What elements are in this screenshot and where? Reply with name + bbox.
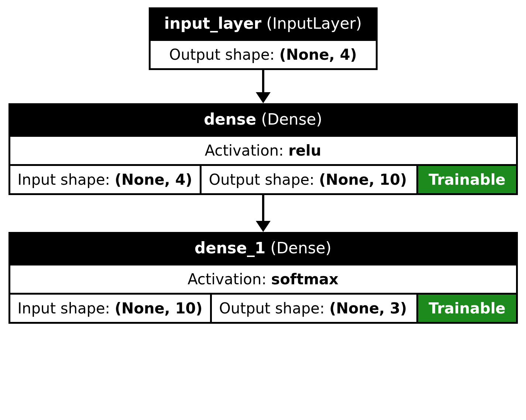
- output-shape-cell: Output shape: (None, 4): [151, 39, 376, 68]
- layer-name: dense_1: [195, 239, 265, 257]
- input-shape-label: Input shape:: [18, 300, 110, 317]
- trainable-badge: Trainable: [418, 293, 516, 322]
- activation-label: Activation:: [188, 271, 267, 288]
- layer-node-dense-1: dense_1 (Dense) Activation: softmax Inpu…: [8, 232, 518, 324]
- output-shape-label: Output shape:: [209, 171, 314, 188]
- output-shape-label: Output shape:: [219, 300, 325, 317]
- layer-name: dense: [204, 110, 256, 128]
- activation-value: relu: [288, 142, 321, 159]
- input-shape-value: (None, 10): [115, 300, 203, 317]
- activation-value: softmax: [271, 271, 338, 288]
- input-shape-cell: Input shape: (None, 4): [10, 164, 202, 193]
- trainable-badge: Trainable: [418, 164, 516, 193]
- layer-node-input-layer: input_layer (InputLayer) Output shape: (…: [149, 7, 378, 70]
- activation-cell: Activation: softmax: [10, 264, 516, 293]
- output-shape-value: (None, 4): [279, 46, 357, 63]
- input-shape-label: Input shape:: [18, 171, 110, 188]
- output-shape-cell: Output shape: (None, 10): [202, 164, 418, 193]
- activation-label: Activation:: [205, 142, 284, 159]
- activation-cell: Activation: relu: [10, 135, 516, 164]
- layer-type: (Dense): [271, 239, 331, 257]
- input-shape-cell: Input shape: (None, 10): [10, 293, 212, 322]
- arrow-icon: [256, 70, 271, 103]
- trainable-label: Trainable: [429, 300, 505, 317]
- model-diagram: input_layer (InputLayer) Output shape: (…: [7, 7, 519, 324]
- layer-type: (Dense): [261, 110, 322, 128]
- trainable-label: Trainable: [429, 171, 505, 188]
- layer-name: input_layer: [164, 14, 261, 32]
- output-shape-label: Output shape:: [169, 46, 275, 63]
- layer-header: dense (Dense): [10, 105, 516, 135]
- layer-node-dense: dense (Dense) Activation: relu Input sha…: [8, 103, 518, 195]
- arrow-icon: [256, 195, 271, 232]
- input-shape-value: (None, 4): [115, 171, 192, 188]
- output-shape-value: (None, 3): [329, 300, 407, 317]
- layer-header: dense_1 (Dense): [10, 234, 516, 264]
- layer-header: input_layer (InputLayer): [151, 9, 376, 39]
- layer-type: (InputLayer): [267, 14, 362, 32]
- output-shape-cell: Output shape: (None, 3): [212, 293, 419, 322]
- output-shape-value: (None, 10): [319, 171, 407, 188]
